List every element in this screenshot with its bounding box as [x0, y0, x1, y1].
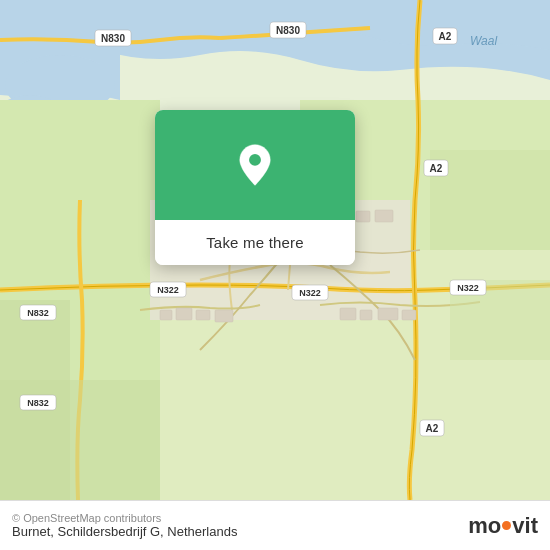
svg-text:N322: N322 — [299, 288, 321, 298]
take-me-there-button[interactable]: Take me there — [155, 220, 355, 265]
map-container: N830 N830 A2 A2 A2 Waal N322 N322 N322 N… — [0, 0, 550, 500]
svg-text:N832: N832 — [27, 398, 49, 408]
svg-text:N322: N322 — [457, 283, 479, 293]
copyright-text: © OpenStreetMap contributors — [12, 512, 237, 524]
svg-rect-47 — [160, 310, 172, 320]
svg-rect-49 — [196, 310, 210, 320]
svg-rect-52 — [360, 310, 372, 320]
svg-text:N830: N830 — [276, 25, 300, 36]
svg-text:N322: N322 — [157, 285, 179, 295]
svg-rect-40 — [375, 210, 393, 222]
moovit-text: movit — [468, 513, 538, 539]
moovit-logo: movit — [468, 513, 538, 539]
svg-text:N832: N832 — [27, 308, 49, 318]
svg-text:N830: N830 — [101, 33, 125, 44]
svg-rect-51 — [340, 308, 356, 320]
svg-rect-48 — [176, 308, 192, 320]
svg-text:A2: A2 — [426, 423, 439, 434]
map-pin-icon — [233, 143, 277, 187]
popup-card: Take me there — [155, 110, 355, 265]
svg-rect-39 — [356, 211, 370, 222]
svg-rect-54 — [402, 310, 416, 320]
svg-text:A2: A2 — [439, 31, 452, 42]
popup-green-area — [155, 110, 355, 220]
svg-rect-50 — [215, 310, 233, 322]
footer: © OpenStreetMap contributors Burnet, Sch… — [0, 500, 550, 550]
footer-left: © OpenStreetMap contributors Burnet, Sch… — [12, 512, 237, 539]
svg-rect-53 — [378, 308, 398, 320]
svg-point-55 — [249, 154, 261, 166]
location-name: Burnet, Schildersbedrijf G, Netherlands — [12, 524, 237, 539]
svg-text:A2: A2 — [430, 163, 443, 174]
svg-text:Waal: Waal — [470, 34, 497, 48]
